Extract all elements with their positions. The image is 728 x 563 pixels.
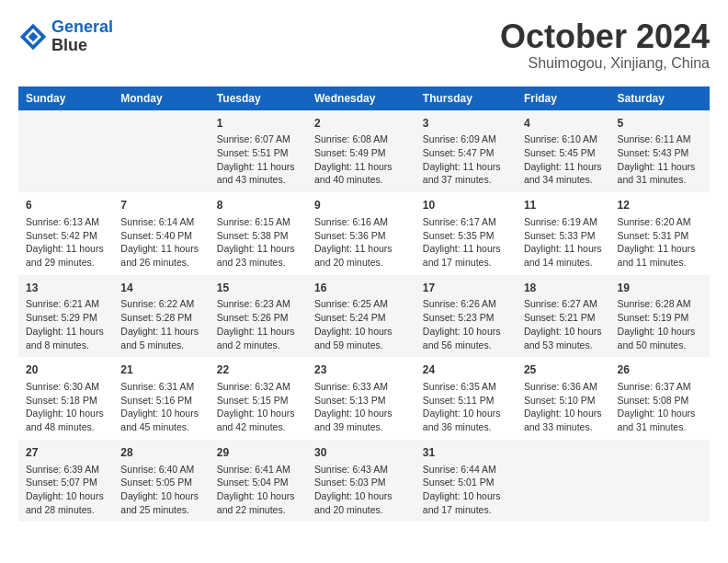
day-info: Sunrise: 6:30 AM Sunset: 5:18 PM Dayligh… <box>26 380 106 434</box>
header-day: Thursday <box>415 86 517 110</box>
day-info: Sunrise: 6:17 AM Sunset: 5:35 PM Dayligh… <box>423 215 509 270</box>
calendar-cell: 11Sunrise: 6:19 AM Sunset: 5:33 PM Dayli… <box>517 192 610 275</box>
day-number: 2 <box>314 116 408 132</box>
calendar-cell: 9Sunrise: 6:16 AM Sunset: 5:36 PM Daylig… <box>307 192 415 275</box>
day-info: Sunrise: 6:27 AM Sunset: 5:21 PM Dayligh… <box>524 297 603 351</box>
calendar-cell: 22Sunrise: 6:32 AM Sunset: 5:15 PM Dayli… <box>210 357 307 440</box>
day-number: 27 <box>26 445 106 461</box>
day-number: 4 <box>524 116 603 132</box>
day-info: Sunrise: 6:39 AM Sunset: 5:07 PM Dayligh… <box>26 463 106 517</box>
header-day: Wednesday <box>307 86 415 110</box>
day-info: Sunrise: 6:43 AM Sunset: 5:03 PM Dayligh… <box>314 463 408 517</box>
day-info: Sunrise: 6:32 AM Sunset: 5:15 PM Dayligh… <box>217 380 300 434</box>
logo-text: General Blue <box>51 18 113 55</box>
day-number: 21 <box>120 362 202 378</box>
calendar-cell: 24Sunrise: 6:35 AM Sunset: 5:11 PM Dayli… <box>415 357 517 440</box>
calendar-cell: 8Sunrise: 6:15 AM Sunset: 5:38 PM Daylig… <box>210 192 307 275</box>
calendar-cell: 19Sunrise: 6:28 AM Sunset: 5:19 PM Dayli… <box>610 275 710 358</box>
day-info: Sunrise: 6:31 AM Sunset: 5:16 PM Dayligh… <box>120 380 202 434</box>
day-info: Sunrise: 6:26 AM Sunset: 5:23 PM Dayligh… <box>423 297 509 351</box>
day-number: 1 <box>217 116 300 132</box>
day-number: 25 <box>524 362 603 378</box>
day-info: Sunrise: 6:25 AM Sunset: 5:24 PM Dayligh… <box>314 297 408 351</box>
day-info: Sunrise: 6:44 AM Sunset: 5:01 PM Dayligh… <box>423 463 509 517</box>
calendar-cell: 26Sunrise: 6:37 AM Sunset: 5:08 PM Dayli… <box>610 357 710 440</box>
calendar-cell <box>18 110 113 193</box>
calendar-cell: 23Sunrise: 6:33 AM Sunset: 5:13 PM Dayli… <box>307 357 415 440</box>
day-number: 28 <box>120 445 202 461</box>
day-info: Sunrise: 6:21 AM Sunset: 5:29 PM Dayligh… <box>26 297 106 351</box>
day-number: 5 <box>618 116 702 132</box>
day-number: 15 <box>217 281 300 296</box>
day-info: Sunrise: 6:13 AM Sunset: 5:42 PM Dayligh… <box>26 215 106 270</box>
calendar-cell: 27Sunrise: 6:39 AM Sunset: 5:07 PM Dayli… <box>18 440 113 523</box>
calendar-cell: 2Sunrise: 6:08 AM Sunset: 5:49 PM Daylig… <box>307 110 415 193</box>
day-number: 17 <box>423 281 509 296</box>
calendar-cell: 10Sunrise: 6:17 AM Sunset: 5:35 PM Dayli… <box>415 192 517 275</box>
calendar-cell: 20Sunrise: 6:30 AM Sunset: 5:18 PM Dayli… <box>18 357 113 440</box>
day-info: Sunrise: 6:19 AM Sunset: 5:33 PM Dayligh… <box>524 215 603 270</box>
calendar-week-row: 20Sunrise: 6:30 AM Sunset: 5:18 PM Dayli… <box>18 357 710 440</box>
calendar-cell: 6Sunrise: 6:13 AM Sunset: 5:42 PM Daylig… <box>18 192 113 275</box>
calendar-cell: 21Sunrise: 6:31 AM Sunset: 5:16 PM Dayli… <box>113 357 210 440</box>
calendar-cell: 14Sunrise: 6:22 AM Sunset: 5:28 PM Dayli… <box>113 275 210 358</box>
calendar-cell: 30Sunrise: 6:43 AM Sunset: 5:03 PM Dayli… <box>307 440 415 523</box>
calendar-cell: 17Sunrise: 6:26 AM Sunset: 5:23 PM Dayli… <box>415 275 517 358</box>
calendar-cell: 15Sunrise: 6:23 AM Sunset: 5:26 PM Dayli… <box>210 275 307 358</box>
day-number: 18 <box>524 281 603 296</box>
day-info: Sunrise: 6:22 AM Sunset: 5:28 PM Dayligh… <box>120 297 202 351</box>
day-number: 14 <box>120 281 202 296</box>
calendar-cell <box>517 440 610 523</box>
day-info: Sunrise: 6:37 AM Sunset: 5:08 PM Dayligh… <box>618 380 702 434</box>
header-day: Monday <box>113 86 210 110</box>
calendar-cell: 25Sunrise: 6:36 AM Sunset: 5:10 PM Dayli… <box>517 357 610 440</box>
calendar-week-row: 6Sunrise: 6:13 AM Sunset: 5:42 PM Daylig… <box>18 192 710 275</box>
day-number: 7 <box>120 198 202 213</box>
calendar-cell: 7Sunrise: 6:14 AM Sunset: 5:40 PM Daylig… <box>113 192 210 275</box>
calendar-cell <box>113 110 210 193</box>
calendar-week-row: 13Sunrise: 6:21 AM Sunset: 5:29 PM Dayli… <box>18 275 710 358</box>
calendar-cell: 5Sunrise: 6:11 AM Sunset: 5:43 PM Daylig… <box>610 110 710 193</box>
day-number: 11 <box>524 198 603 213</box>
day-number: 16 <box>314 281 408 296</box>
day-info: Sunrise: 6:09 AM Sunset: 5:47 PM Dayligh… <box>423 132 509 187</box>
title-block: October 2024 Shuimogou, Xinjiang, China <box>500 18 710 72</box>
day-number: 30 <box>314 445 408 461</box>
day-info: Sunrise: 6:41 AM Sunset: 5:04 PM Dayligh… <box>217 463 300 517</box>
day-number: 26 <box>618 362 702 378</box>
day-info: Sunrise: 6:33 AM Sunset: 5:13 PM Dayligh… <box>314 380 408 434</box>
day-info: Sunrise: 6:07 AM Sunset: 5:51 PM Dayligh… <box>217 132 300 187</box>
calendar-cell: 18Sunrise: 6:27 AM Sunset: 5:21 PM Dayli… <box>517 275 610 358</box>
day-info: Sunrise: 6:15 AM Sunset: 5:38 PM Dayligh… <box>217 215 300 270</box>
day-number: 8 <box>217 198 300 213</box>
day-number: 22 <box>217 362 300 378</box>
header-day: Saturday <box>610 86 710 110</box>
header-row: SundayMondayTuesdayWednesdayThursdayFrid… <box>18 86 710 110</box>
calendar-cell: 13Sunrise: 6:21 AM Sunset: 5:29 PM Dayli… <box>18 275 113 358</box>
day-info: Sunrise: 6:14 AM Sunset: 5:40 PM Dayligh… <box>120 215 202 270</box>
day-info: Sunrise: 6:08 AM Sunset: 5:49 PM Dayligh… <box>314 132 408 187</box>
day-number: 23 <box>314 362 408 378</box>
day-number: 24 <box>423 362 509 378</box>
logo-icon <box>18 22 48 52</box>
day-info: Sunrise: 6:11 AM Sunset: 5:43 PM Dayligh… <box>618 132 702 187</box>
day-number: 9 <box>314 198 408 213</box>
day-number: 12 <box>618 198 702 213</box>
day-number: 6 <box>26 198 106 213</box>
calendar-week-row: 27Sunrise: 6:39 AM Sunset: 5:07 PM Dayli… <box>18 440 710 523</box>
calendar-cell: 3Sunrise: 6:09 AM Sunset: 5:47 PM Daylig… <box>415 110 517 193</box>
day-number: 10 <box>423 198 509 213</box>
calendar-cell: 29Sunrise: 6:41 AM Sunset: 5:04 PM Dayli… <box>210 440 307 523</box>
day-info: Sunrise: 6:40 AM Sunset: 5:05 PM Dayligh… <box>120 463 202 517</box>
day-info: Sunrise: 6:23 AM Sunset: 5:26 PM Dayligh… <box>217 297 300 351</box>
day-info: Sunrise: 6:16 AM Sunset: 5:36 PM Dayligh… <box>314 215 408 270</box>
calendar-cell: 4Sunrise: 6:10 AM Sunset: 5:45 PM Daylig… <box>517 110 610 193</box>
calendar-cell <box>610 440 710 523</box>
day-info: Sunrise: 6:20 AM Sunset: 5:31 PM Dayligh… <box>618 215 702 270</box>
calendar-cell: 1Sunrise: 6:07 AM Sunset: 5:51 PM Daylig… <box>210 110 307 193</box>
day-info: Sunrise: 6:36 AM Sunset: 5:10 PM Dayligh… <box>524 380 603 434</box>
calendar-cell: 28Sunrise: 6:40 AM Sunset: 5:05 PM Dayli… <box>113 440 210 523</box>
day-number: 3 <box>423 116 509 132</box>
day-number: 20 <box>26 362 106 378</box>
page-header: General Blue October 2024 Shuimogou, Xin… <box>18 18 710 72</box>
